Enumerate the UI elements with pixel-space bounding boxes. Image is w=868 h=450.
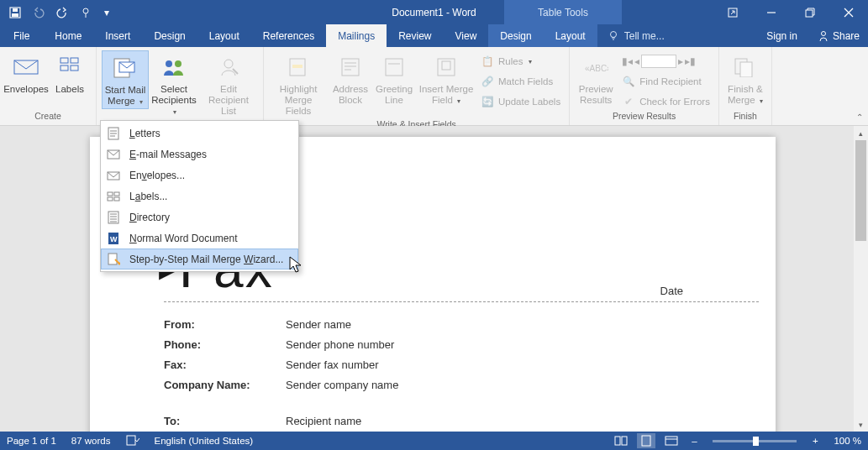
- update-labels-button[interactable]: 🔄Update Labels: [477, 92, 564, 111]
- svg-point-9: [610, 31, 616, 37]
- ribbon-group-start-mail-merge: Start MailMerge ▾ SelectRecipients ▾ Edi…: [97, 47, 264, 125]
- touch-mode-icon[interactable]: [79, 6, 92, 19]
- menu-item-email[interactable]: E-mail Messages: [101, 144, 298, 165]
- share-button[interactable]: Share: [809, 24, 868, 47]
- tab-table-layout[interactable]: Layout: [544, 24, 597, 47]
- labels-icon: [56, 54, 83, 81]
- finish-merge-label: Finish &Merge ▾: [728, 84, 763, 106]
- lightbulb-icon: [608, 30, 619, 42]
- vertical-scrollbar[interactable]: ▴ ▾: [854, 126, 868, 432]
- rules-button[interactable]: 📋Rules▾: [477, 52, 564, 71]
- zoom-slider-thumb[interactable]: [753, 437, 759, 446]
- save-icon[interactable]: [8, 6, 22, 19]
- word-count[interactable]: 87 words: [71, 436, 111, 446]
- insert-merge-field-label: Insert MergeField ▾: [419, 84, 474, 106]
- svg-point-19: [175, 60, 181, 67]
- find-recipient-button[interactable]: 🔍Find Recipient: [618, 72, 713, 91]
- greeting-line-button[interactable]: GreetingLine: [373, 50, 415, 107]
- tab-view[interactable]: View: [444, 24, 489, 47]
- sign-in-link[interactable]: Sign in: [755, 24, 809, 47]
- insert-merge-field-button[interactable]: Insert MergeField ▾: [417, 50, 476, 107]
- tell-me-search[interactable]: Tell me...: [597, 24, 675, 47]
- select-recipients-label: SelectRecipients ▾: [151, 84, 197, 118]
- record-number-input[interactable]: [641, 55, 676, 68]
- ribbon-group-finish: Finish &Merge ▾ Finish: [719, 47, 772, 125]
- envelope-icon: [13, 54, 39, 81]
- envelopes-menu-icon: [106, 168, 121, 183]
- preview-results-label: PreviewResults: [579, 84, 613, 106]
- directory-icon: [106, 210, 121, 225]
- scroll-down-button[interactable]: ▾: [854, 417, 868, 432]
- field-phone: Phone:Sender phone number: [164, 338, 398, 351]
- edit-recipient-list-button[interactable]: EditRecipient List: [199, 50, 258, 119]
- web-layout-button[interactable]: [662, 433, 681, 448]
- menu-item-wizard[interactable]: Step-by-Step Mail Merge Wizard...: [101, 249, 298, 269]
- record-navigation[interactable]: ▮◂ ◂ ▸ ▸▮: [618, 52, 713, 71]
- zoom-slider[interactable]: [713, 440, 797, 442]
- share-icon: [818, 30, 829, 42]
- read-mode-button[interactable]: [612, 433, 630, 448]
- next-record-icon[interactable]: ▸: [678, 55, 683, 67]
- menu-item-letters[interactable]: Letters: [101, 123, 298, 144]
- language-indicator[interactable]: English (United States): [155, 436, 254, 446]
- envelopes-button[interactable]: Envelopes: [5, 50, 47, 97]
- tab-layout[interactable]: Layout: [197, 24, 251, 47]
- menu-item-labels[interactable]: Labels...: [101, 186, 298, 207]
- svg-rect-42: [108, 197, 113, 201]
- highlight-merge-fields-button[interactable]: HighlightMerge Fields: [269, 50, 328, 119]
- restore-button[interactable]: [791, 0, 829, 24]
- finish-merge-button[interactable]: Finish &Merge ▾: [724, 50, 766, 107]
- status-bar: Page 1 of 1 87 words English (United Sta…: [0, 432, 868, 450]
- tab-design[interactable]: Design: [142, 24, 197, 47]
- svg-text:W: W: [110, 235, 118, 243]
- menu-item-directory[interactable]: Directory: [101, 207, 298, 228]
- tab-table-design[interactable]: Design: [488, 24, 543, 47]
- start-mail-merge-menu: Letters E-mail Messages Envelopes... Lab…: [100, 120, 299, 272]
- share-label: Share: [833, 30, 860, 42]
- minimize-button[interactable]: [752, 0, 791, 24]
- tab-file[interactable]: File: [0, 24, 43, 47]
- collapse-ribbon-button[interactable]: ⌃: [856, 112, 863, 122]
- svg-rect-15: [71, 65, 78, 71]
- redo-icon[interactable]: [55, 6, 69, 19]
- check-errors-button[interactable]: ✔Check for Errors: [618, 92, 713, 111]
- highlight-label: HighlightMerge Fields: [271, 84, 326, 118]
- start-mail-merge-button[interactable]: Start MailMerge ▾: [102, 50, 149, 109]
- ribbon-display-options-button[interactable]: [713, 0, 752, 24]
- address-block-button[interactable]: AddressBlock: [329, 50, 371, 107]
- labels-button[interactable]: Labels: [49, 50, 91, 97]
- start-mail-merge-icon: [112, 55, 139, 81]
- tab-references[interactable]: References: [251, 24, 326, 47]
- tab-home[interactable]: Home: [43, 24, 93, 47]
- check-errors-icon: ✔: [622, 95, 635, 108]
- zoom-level[interactable]: 100 %: [834, 436, 861, 446]
- tab-review[interactable]: Review: [387, 24, 443, 47]
- svg-rect-54: [615, 437, 620, 445]
- menu-item-envelopes[interactable]: Envelopes...: [101, 165, 298, 186]
- svg-rect-6: [806, 10, 813, 17]
- prev-record-icon[interactable]: ◂: [634, 55, 639, 67]
- close-button[interactable]: [829, 0, 868, 24]
- address-block-icon: [337, 54, 364, 81]
- preview-results-button[interactable]: «ABC» PreviewResults: [575, 50, 617, 107]
- zoom-in-button[interactable]: +: [808, 436, 822, 446]
- menu-label-normal: Normal Word Document: [129, 233, 238, 244]
- print-layout-button[interactable]: [637, 433, 655, 448]
- qat-customize-icon[interactable]: ▾: [103, 6, 111, 19]
- tab-insert[interactable]: Insert: [93, 24, 142, 47]
- match-fields-button[interactable]: 🔗Match Fields: [477, 72, 564, 91]
- scroll-up-button[interactable]: ▴: [854, 126, 868, 140]
- svg-text:«ABC»: «ABC»: [585, 64, 608, 73]
- svg-rect-33: [740, 62, 752, 77]
- scroll-thumb[interactable]: [855, 140, 866, 241]
- tab-mailings[interactable]: Mailings: [326, 24, 387, 47]
- zoom-out-button[interactable]: –: [687, 436, 701, 446]
- title-bar: ▾ Document1 - Word Table Tools: [0, 0, 868, 24]
- select-recipients-button[interactable]: SelectRecipients ▾: [150, 50, 197, 119]
- menu-item-normal-document[interactable]: W Normal Word Document: [101, 228, 298, 249]
- last-record-icon[interactable]: ▸▮: [685, 55, 696, 67]
- undo-icon[interactable]: [32, 6, 45, 19]
- page-indicator[interactable]: Page 1 of 1: [7, 436, 56, 446]
- proofing-icon[interactable]: [126, 434, 139, 447]
- first-record-icon[interactable]: ▮◂: [622, 55, 633, 67]
